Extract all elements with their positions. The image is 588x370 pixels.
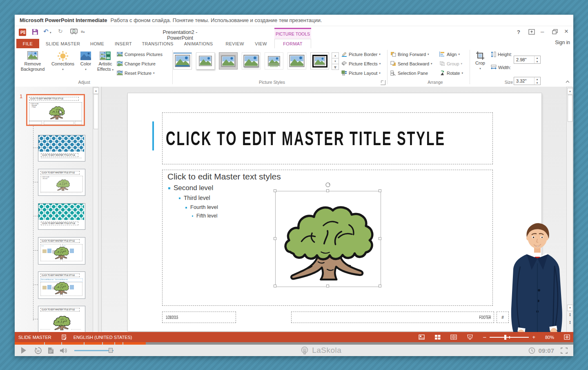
thumbnail-layout-3[interactable]: CLICK TO EDIT MASTER TITLE STYLE	[38, 203, 85, 230]
qat-customize-icon[interactable]: ≡▾	[81, 29, 85, 34]
resize-handle-sw[interactable]	[274, 285, 276, 287]
normal-view-icon[interactable]	[419, 334, 425, 340]
picture-style-thumb-7[interactable]	[310, 52, 329, 70]
volume-slider-thumb[interactable]	[109, 348, 113, 353]
footer-placeholder[interactable]: FOOTER	[291, 312, 494, 323]
send-backward-button[interactable]: Send Backward▾	[390, 61, 432, 66]
remove-background-button[interactable]: Remove Background	[19, 51, 47, 72]
align-button[interactable]: Align▾	[439, 52, 460, 57]
thumbnail-layout-6[interactable]: CLICK TO EDIT MASTER TITLE STYLE	[38, 306, 85, 333]
picture-style-thumb-2[interactable]	[196, 52, 215, 70]
picture-style-thumb-1[interactable]	[173, 52, 192, 70]
artistic-effects-button[interactable]: Artistic Effects ▾	[96, 51, 115, 72]
slide-scroll-thumb[interactable]	[568, 95, 572, 122]
picture-layout-button[interactable]: Picture Layout▾	[341, 70, 381, 76]
tab-review[interactable]: REVIEW	[222, 39, 247, 48]
picture-style-thumb-5[interactable]	[265, 52, 283, 70]
tree-image[interactable]	[279, 195, 377, 283]
ribbon-display-icon[interactable]	[528, 29, 535, 35]
collapse-ribbon-icon[interactable]	[565, 80, 570, 83]
style-gallery-up-icon[interactable]: ▴	[332, 52, 339, 58]
style-gallery-more-icon[interactable]: ▬▾	[332, 64, 339, 70]
fit-slide-icon[interactable]	[564, 334, 570, 340]
minimize-icon[interactable]: –	[541, 28, 544, 35]
picture-effects-button[interactable]: Picture Effects▾	[341, 61, 381, 66]
slide-scroll-down-icon[interactable]: ▾	[567, 305, 573, 311]
bring-forward-button[interactable]: Bring Forward▾	[390, 52, 429, 57]
next-slide-icon[interactable]: ▾▾	[568, 321, 572, 324]
resize-handle-nw[interactable]	[274, 189, 276, 192]
height-spinner-icons[interactable]: ▲▼	[534, 56, 540, 63]
slide-sorter-icon[interactable]	[434, 334, 441, 340]
tab-view[interactable]: VIEW	[251, 39, 271, 48]
resize-handle-n[interactable]	[326, 189, 329, 192]
save-icon[interactable]	[32, 29, 38, 35]
height-input[interactable]: 2.98" ▲▼	[514, 56, 541, 64]
fullscreen-icon[interactable]	[561, 348, 568, 354]
tab-file[interactable]: FILE	[16, 39, 39, 48]
picture-border-button[interactable]: Picture Border▾	[341, 52, 381, 57]
date-placeholder[interactable]: 1/28/2015	[162, 312, 236, 323]
reading-view-icon[interactable]	[450, 334, 457, 340]
tab-insert[interactable]: INSERT	[111, 39, 136, 48]
slide-scrollbar[interactable]: ▴ ▾ ▴▴ ▾▾	[566, 87, 573, 347]
replay-10-icon[interactable]: 10	[34, 347, 42, 354]
width-spinner-icons[interactable]: ▲▼	[534, 77, 540, 85]
tab-slide-master[interactable]: SLIDE MASTER	[42, 39, 83, 48]
slide-scroll-up-icon[interactable]: ▴	[567, 88, 573, 94]
help-icon[interactable]: ?	[517, 29, 520, 35]
compress-pictures-button[interactable]: Compress Pictures	[117, 52, 163, 57]
panel-scroll-thumb[interactable]	[94, 94, 98, 129]
previous-slide-icon[interactable]: ▴▴	[568, 313, 572, 316]
reset-picture-button[interactable]: Reset Picture ▾	[117, 70, 155, 76]
play-icon[interactable]	[21, 347, 26, 354]
tab-home[interactable]: HOME	[87, 39, 108, 48]
redo-icon[interactable]: ↻	[58, 28, 63, 34]
resize-handle-e[interactable]	[379, 237, 381, 240]
thumbnail-layout-4[interactable]: CLICK TO EDIT MASTER TITLE STYLE ▪▪▪▪▪▪ …	[38, 237, 85, 265]
zoom-slider[interactable]	[490, 335, 529, 340]
zoom-out-icon[interactable]: −	[483, 334, 487, 341]
picture-style-thumb-6[interactable]	[287, 52, 306, 70]
start-slideshow-icon[interactable]	[70, 29, 78, 35]
undo-dropdown-icon[interactable]: ▾	[50, 31, 51, 34]
spellcheck-icon[interactable]	[61, 334, 67, 340]
style-gallery-down-icon[interactable]: ▾	[332, 58, 339, 64]
color-button[interactable]: Color ▾	[78, 51, 94, 72]
close-icon[interactable]: ×	[564, 27, 568, 36]
volume-slider[interactable]	[74, 348, 114, 353]
status-language[interactable]: ENGLISH (UNITED STATES)	[74, 335, 132, 340]
crop-button[interactable]: Crop ▾	[473, 51, 488, 71]
slideshow-view-icon[interactable]	[467, 334, 473, 340]
resize-handle-se[interactable]	[379, 285, 381, 287]
status-view-label[interactable]: SLIDE MASTER	[18, 335, 51, 340]
slide-canvas[interactable]: CLICK TO EDIT MASTER TITLE STYLE Click t…	[128, 93, 541, 331]
title-placeholder[interactable]: CLICK TO EDIT MASTER TITLE STYLE	[162, 112, 493, 164]
zoom-percentage[interactable]: 80%	[545, 335, 554, 340]
thumbnail-layout-2[interactable]: CLICK TO EDIT MASTER TITLE STYLE ▪ Click…	[38, 169, 85, 196]
selected-picture-frame[interactable]	[275, 191, 381, 287]
panel-scroll-up-icon[interactable]: ▴	[93, 87, 99, 94]
change-picture-button[interactable]: Change Picture	[117, 61, 156, 66]
thumbnail-layout-5[interactable]: CLICK TO EDIT MASTER TITLE STYLE Click t…	[38, 271, 85, 299]
selection-pane-button[interactable]: Selection Pane	[390, 70, 428, 76]
undo-icon[interactable]: ↶	[43, 28, 49, 35]
tab-transitions[interactable]: TRANSITIONS	[139, 39, 176, 48]
rotate-button[interactable]: Rotate▾	[439, 70, 463, 76]
tab-animations[interactable]: ANIMATIONS	[180, 39, 217, 48]
picture-style-thumb-3-selected[interactable]	[219, 52, 238, 70]
volume-icon[interactable]	[60, 347, 68, 354]
thumbnail-slide-master[interactable]: CLICK TO EDIT MASTER TITLE STYLE ▪ Click…	[26, 94, 85, 126]
resize-handle-s[interactable]	[326, 285, 329, 287]
notes-icon[interactable]	[48, 347, 54, 354]
sign-in-link[interactable]: Sign in	[555, 40, 570, 45]
resize-handle-w[interactable]	[274, 237, 276, 240]
picture-style-thumb-4[interactable]	[242, 52, 261, 70]
picture-styles-dialog-launcher-icon[interactable]	[381, 80, 385, 85]
panel-scrollbar[interactable]: ▴ ▾	[93, 87, 98, 347]
zoom-in-icon[interactable]: +	[532, 334, 535, 340]
resize-handle-ne[interactable]	[379, 189, 381, 192]
thumbnail-layout-1[interactable]: CLICK TO EDIT MASTER TITLE STYLE	[38, 135, 85, 161]
rotate-handle-icon[interactable]	[325, 182, 331, 188]
zoom-slider-thumb[interactable]	[504, 335, 506, 340]
